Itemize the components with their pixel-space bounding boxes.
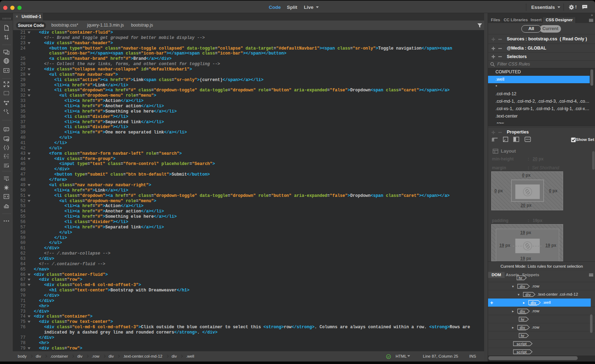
svg-text:div: div: [520, 309, 525, 313]
svg-text:div: div: [520, 325, 525, 330]
svg-text:div: div: [520, 284, 525, 289]
svg-text:hr: hr: [521, 334, 525, 338]
svg-text:script: script: [517, 342, 527, 346]
svg-text:div: div: [525, 292, 531, 297]
svg-text:hr: hr: [518, 276, 522, 280]
svg-text:div: div: [531, 301, 536, 305]
svg-text:script: script: [517, 350, 527, 354]
svg-text:hr: hr: [521, 317, 525, 321]
